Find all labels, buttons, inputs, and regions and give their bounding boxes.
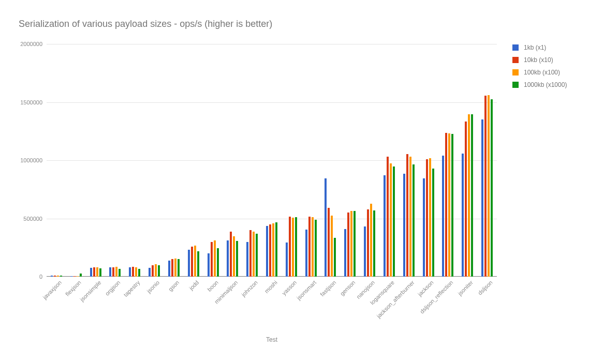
bar	[488, 95, 490, 277]
bar	[413, 164, 415, 277]
bar	[429, 158, 431, 277]
bar	[289, 217, 291, 277]
bar	[57, 276, 59, 277]
bar	[233, 236, 235, 277]
bar	[70, 276, 72, 277]
bar	[135, 267, 137, 277]
bar	[96, 267, 98, 277]
bar	[347, 213, 349, 277]
bar	[194, 246, 196, 277]
bar	[334, 238, 336, 277]
bar	[275, 222, 277, 277]
bar	[158, 265, 160, 277]
category-group	[403, 44, 415, 277]
x-axis-labels: javaxjsonflexjsonjsonsimpleorgjsontapest…	[47, 279, 497, 326]
x-tick-label: jodd	[188, 279, 200, 291]
category-group	[208, 44, 219, 277]
bar	[249, 230, 252, 277]
bar	[80, 274, 82, 277]
x-tick-label: jsonsmart	[296, 279, 317, 301]
bar	[354, 211, 356, 277]
y-tick-label: 0	[39, 274, 47, 280]
bar	[178, 259, 180, 277]
bar	[367, 209, 369, 277]
legend: 1kb (x1)10kb (x10)100kb (x100)1000kb (x1…	[512, 44, 567, 94]
category-group	[286, 44, 297, 277]
bar	[465, 122, 467, 277]
category-group	[266, 44, 277, 277]
bar	[393, 166, 395, 277]
legend-label: 100kb (x100)	[524, 69, 560, 76]
legend-swatch	[512, 82, 519, 88]
x-tick-label: johnzon	[240, 279, 259, 298]
legend-label: 1kb (x1)	[524, 44, 546, 51]
bar	[331, 216, 333, 277]
bar	[253, 232, 255, 277]
legend-item: 1kb (x1)	[512, 44, 567, 51]
legend-label: 1000kb (x1000)	[524, 81, 567, 88]
x-tick-label: jackson	[417, 279, 435, 297]
plot-area: 0500000100000015000002000000	[47, 44, 497, 277]
bar	[73, 276, 76, 277]
bar	[344, 229, 346, 277]
x-tick-label: boon	[206, 279, 219, 293]
bar	[115, 267, 117, 277]
bar	[384, 175, 386, 277]
bar	[442, 156, 444, 277]
bar	[451, 134, 453, 277]
bar	[129, 267, 131, 277]
bar	[403, 174, 405, 277]
category-group	[188, 44, 199, 277]
bar	[423, 178, 425, 277]
bar	[188, 250, 190, 277]
bar	[54, 276, 56, 277]
bar	[208, 253, 210, 277]
bar	[445, 133, 447, 277]
bar	[171, 259, 173, 277]
y-tick-label: 2000000	[20, 41, 47, 47]
bar	[109, 267, 111, 277]
x-tick-label: jsonio	[146, 279, 161, 294]
category-group	[129, 44, 140, 277]
bar	[149, 268, 151, 277]
x-tick-label: fastjson	[319, 279, 337, 297]
bar	[468, 114, 470, 277]
category-group	[325, 44, 336, 277]
bar	[305, 230, 307, 277]
bar	[77, 276, 79, 277]
legend-label: 10kb (x10)	[524, 56, 553, 64]
legend-item: 100kb (x100)	[512, 69, 567, 76]
bar	[230, 232, 232, 277]
x-tick-label: tapestry	[123, 279, 141, 298]
bar	[236, 241, 238, 277]
category-group	[168, 44, 180, 277]
bar	[155, 264, 157, 277]
bar	[152, 265, 154, 277]
bar	[426, 159, 428, 277]
bar	[406, 154, 408, 277]
bar	[409, 157, 411, 277]
bar	[119, 269, 121, 277]
category-group	[246, 44, 258, 277]
category-group	[51, 44, 62, 277]
category-group	[481, 44, 493, 277]
category-group	[442, 44, 453, 277]
x-tick-label: jsoniter	[457, 279, 474, 297]
category-group	[364, 44, 375, 277]
category-group	[90, 44, 101, 277]
bar	[246, 242, 248, 277]
bar	[51, 276, 53, 277]
chart-title: Serialization of various payload sizes -…	[19, 19, 272, 29]
x-tick-label: moshi	[263, 279, 278, 294]
bar	[481, 119, 483, 277]
bar	[364, 226, 366, 277]
category-group	[462, 44, 473, 277]
bar	[174, 259, 176, 277]
y-tick-label: 1500000	[20, 99, 47, 105]
bar	[292, 218, 294, 277]
x-tick-label: jackson_afterburner	[375, 279, 415, 319]
x-tick-label: genson	[339, 279, 357, 297]
x-tick-label: flexjson	[64, 279, 82, 297]
bar	[256, 234, 258, 277]
legend-swatch	[512, 57, 519, 63]
